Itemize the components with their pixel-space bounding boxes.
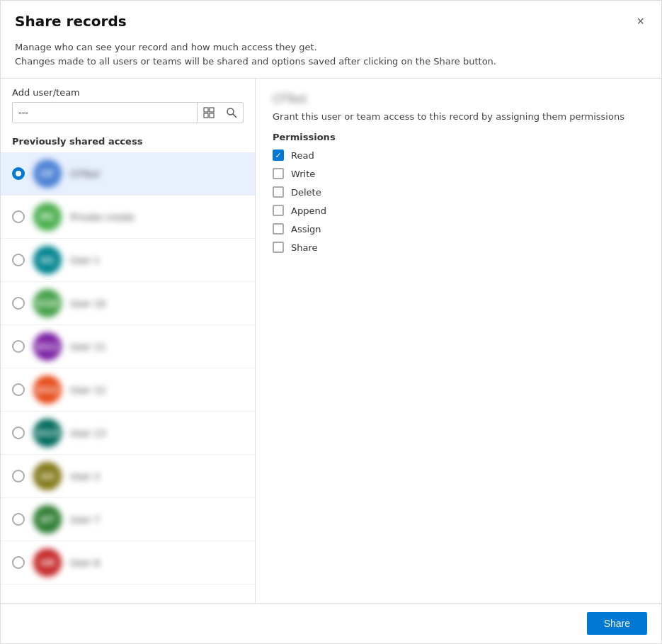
dialog-subtitle: Manage who can see your record and how m… [1,38,661,79]
avatar: PC [33,203,62,231]
permission-checkbox-assign[interactable] [273,223,284,235]
list-item[interactable]: U1User 1 [1,239,255,282]
avatar: U10 [33,289,62,317]
search-row [12,102,244,123]
permission-row: Write [273,168,644,179]
permissions-list: ReadWriteDeleteAppendAssignShare [273,149,644,260]
lookup-icon [203,107,215,118]
lookup-button[interactable] [197,103,220,123]
permission-label-assign: Assign [291,224,321,235]
svg-rect-2 [204,113,208,118]
list-item[interactable]: PCPrivate create [1,196,255,239]
avatar: U12 [33,375,62,404]
radio-circle [12,254,25,266]
radio-circle [12,383,25,396]
previously-shared-label: Previously shared access [1,130,255,152]
subtitle-line1: Manage who can see your record and how m… [15,40,647,55]
radio-circle [12,513,25,526]
share-records-dialog: Share records × Manage who can see your … [0,0,662,644]
svg-rect-3 [210,113,214,118]
permissions-label: Permissions [273,132,644,142]
list-item[interactable]: U11User 11 [1,325,255,368]
left-panel: Add user/team [1,79,256,603]
permission-label-share: Share [291,242,318,253]
dialog-header: Share records × [1,1,661,38]
permission-checkbox-append[interactable] [273,205,284,216]
radio-circle [12,297,25,310]
avatar: U7 [33,505,62,533]
permission-checkbox-read[interactable] [273,149,284,161]
user-name: Private create [70,212,244,222]
permission-label-append: Append [291,205,326,216]
avatar: U11 [33,332,62,361]
user-name: User 10 [70,298,244,309]
search-icon [226,107,237,118]
search-input[interactable] [13,103,197,123]
avatar: CF [33,159,62,188]
svg-line-5 [233,114,236,118]
radio-circle [12,426,25,439]
list-item[interactable]: CFCFTest [1,152,255,196]
permission-checkbox-write[interactable] [273,168,284,179]
close-button[interactable]: × [634,12,647,30]
user-list: CFCFTestPCPrivate createU1User 1U10User … [1,152,255,603]
permission-row: Append [273,205,644,216]
add-user-label: Add user/team [1,79,255,102]
grant-text: Grant this user or team access to this r… [273,111,644,122]
user-name: User 1 [70,255,244,266]
radio-circle [12,470,25,482]
subtitle-line2: Changes made to all users or teams will … [15,55,647,69]
permission-row: Read [273,149,644,161]
permission-row: Share [273,242,644,253]
search-button[interactable] [220,103,243,123]
dialog-footer: Share [1,603,661,643]
avatar: U13 [33,419,62,447]
user-name: User 2 [70,471,244,482]
dialog-body: Add user/team [1,79,661,603]
user-name: User 12 [70,385,244,395]
user-name: User 11 [70,341,244,352]
user-name: User 7 [70,514,244,525]
share-button[interactable]: Share [587,612,647,635]
selected-user-display-name: CFTest [273,93,644,106]
radio-circle [12,556,25,569]
permission-checkbox-share[interactable] [273,242,284,253]
permission-label-write: Write [291,169,315,179]
radio-circle [12,167,25,180]
list-item[interactable]: U12User 12 [1,368,255,412]
list-item[interactable]: U10User 10 [1,282,255,325]
permission-checkbox-delete[interactable] [273,186,284,198]
svg-rect-1 [210,108,214,112]
avatar: U2 [33,462,62,490]
list-item[interactable]: U8User 8 [1,541,255,584]
right-panel: CFTest Grant this user or team access to… [256,79,661,603]
list-item[interactable]: U13User 13 [1,412,255,455]
avatar: U8 [33,548,62,577]
dialog-title: Share records [15,13,127,30]
permission-label-read: Read [291,150,314,161]
list-item[interactable]: U2User 2 [1,455,255,498]
list-item[interactable]: U7User 7 [1,498,255,541]
permission-label-delete: Delete [291,187,321,198]
user-name: User 13 [70,428,244,439]
permission-row: Delete [273,186,644,198]
permission-row: Assign [273,223,644,235]
user-name: CFTest [70,169,244,179]
svg-rect-0 [204,108,208,112]
user-name: User 8 [70,558,244,568]
avatar: U1 [33,246,62,274]
radio-circle [12,210,25,223]
radio-circle [12,340,25,353]
